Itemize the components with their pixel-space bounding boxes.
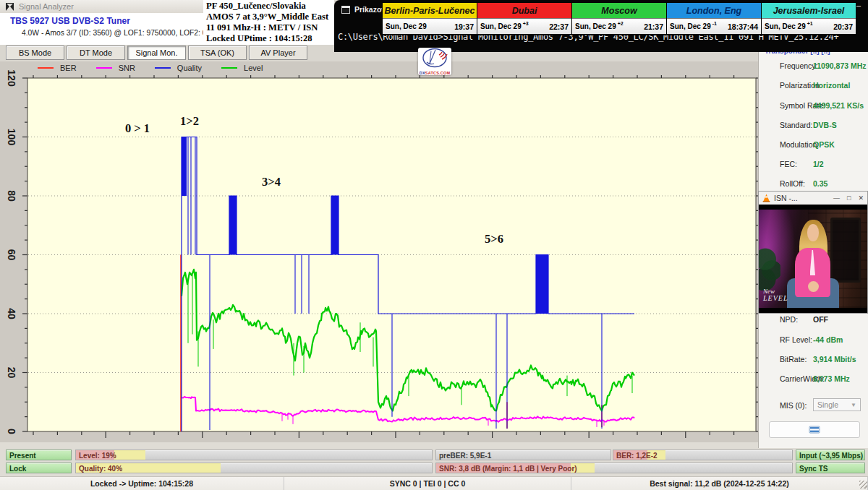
legend-label: Level	[244, 64, 263, 72]
legend-swatch-snr	[96, 67, 112, 69]
annotation-1-2: 1>2	[180, 114, 199, 128]
meter-ber: BER: 1,2E-2	[613, 450, 793, 460]
clock-utc-offset: +1	[807, 21, 813, 26]
player-maximize-icon[interactable]: □	[847, 194, 851, 202]
info-label: NPD:	[780, 315, 798, 324]
legend-swatch-ber	[38, 67, 54, 69]
y-tick-label: 80	[6, 190, 17, 202]
annotation-3-4: 3>4	[262, 175, 281, 189]
clock-moscow: MoscowSun, Dec 29+221:37	[571, 3, 666, 35]
clock-time-row: Sun, Dec 29-118:37:44	[667, 18, 761, 34]
player-title: ISN -...	[774, 194, 798, 202]
player-minimize-icon[interactable]: —	[833, 194, 840, 202]
clock-time-row: Sun, Dec 29+221:37	[572, 18, 666, 34]
clock-date: Sun, Dec 29	[765, 22, 806, 30]
player-titlebar: ISN -... — □ ✕	[759, 192, 867, 205]
info-label: RollOff:	[780, 179, 805, 188]
quality-burst-bar	[331, 196, 339, 255]
tab-av-player[interactable]: AV Player	[249, 46, 307, 60]
tuner-name: TBS 5927 USB DVB-S2 Tuner	[10, 16, 130, 26]
app-icon	[5, 2, 14, 12]
info-value: QPSK	[813, 140, 835, 149]
tab-dt-mode[interactable]: DT Mode	[67, 46, 125, 60]
clock-utc-offset: +3	[523, 21, 529, 26]
info-value: DVB-S	[813, 121, 837, 129]
legend-item-quality: Quality	[155, 64, 202, 72]
video-area[interactable]: New LEVEL	[759, 205, 867, 313]
command-prompt-tab[interactable]: Príkazov	[341, 5, 388, 14]
plant-silhouette	[759, 246, 780, 290]
meter-input-3-95-mbps: Input (~3,95 Mbps)	[796, 450, 865, 460]
player-close-icon[interactable]: ✕	[858, 194, 864, 202]
info-label: FEC:	[780, 160, 797, 168]
y-tick-label: 100	[6, 129, 17, 146]
info-value: 6,073 MHz	[813, 374, 850, 383]
y-tick-label: 120	[6, 69, 17, 87]
presenter-face	[807, 224, 820, 241]
info-row-npd: NPD:OFF	[759, 315, 868, 325]
info-row-symbol-rate: Symbol Rate:4499,521 KS/s	[759, 101, 868, 111]
info-label: RF Level:	[780, 335, 812, 344]
quality-burst-bar	[536, 255, 548, 314]
info-value: -44 dBm	[813, 335, 843, 344]
legend-label: Quality	[177, 64, 202, 72]
command-prompt-window[interactable]: Príkazov — C:\Users\Roman Dávid>Signal M…	[334, 0, 868, 52]
header-line-3: 11 091 Mhz-H : METV / ISN	[206, 22, 334, 33]
app-title: Signal Analyzer	[19, 2, 74, 11]
tab-bs-mode[interactable]: BS Mode	[6, 46, 64, 60]
status-segment-1: Locked -> Uptime: 104:15:28	[0, 477, 284, 490]
legend-item-ber: BER	[38, 64, 77, 72]
tab-tsa-ok[interactable]: TSA (OK)	[188, 46, 247, 60]
meter-label: SNR: 3,8 dB (Margin: 1,1 dB | Very Poor)	[439, 463, 577, 473]
clock-city: Moscow	[572, 3, 666, 18]
info-value: 3,914 Mbit/s	[813, 355, 856, 364]
clock-time: 22:37	[549, 22, 569, 31]
isn-player-window[interactable]: ISN -... — □ ✕ New LEVEL	[758, 191, 868, 314]
meter-label: Quality: 40%	[79, 463, 122, 473]
clock-date: Sun, Dec 29	[386, 22, 427, 30]
clock-city: Dubai	[477, 3, 571, 18]
stream-icon	[809, 426, 820, 434]
legend-label: BER	[60, 64, 77, 72]
info-row-mis: MIS (0):	[759, 401, 868, 411]
video-frame: New LEVEL	[759, 210, 867, 308]
meter-sync-ts: Sync TS	[796, 463, 865, 473]
info-label: Frequency:	[780, 61, 818, 70]
world-clocks: Berlin-Paris-LučenecSun, Dec 2919:37Duba…	[382, 2, 856, 35]
clock-date: Sun, Dec 29	[670, 22, 711, 30]
header-line-2: AMOS 7 at 3,9°W_Middle East	[206, 12, 334, 22]
info-value: Horizontal	[813, 81, 850, 90]
vlc-cone-icon	[762, 194, 770, 202]
annotation-5-6: 5>6	[485, 232, 503, 246]
meter-level: Level: 19%	[75, 450, 433, 460]
meter-label: Input (~3,95 Mbps)	[799, 450, 863, 460]
info-value: 1/2	[813, 160, 824, 168]
clock-time: 19:37	[454, 22, 474, 31]
meter-quality: Quality: 40%	[75, 463, 433, 473]
transport-stream-button[interactable]	[769, 421, 860, 438]
presenter-hands	[808, 281, 819, 292]
header-line-1: PF 450_Lučenec/Slovakia	[206, 1, 334, 12]
clock-time: 20:37	[833, 22, 853, 31]
meter-label: BER: 1,2E-2	[616, 450, 658, 460]
info-label: Standard:	[780, 121, 813, 129]
info-value: 4499,521 KS/s	[813, 101, 864, 110]
clock-dubai: DubaiSun, Dec 29+322:37	[477, 3, 571, 35]
resize-grip[interactable]	[859, 481, 867, 489]
tab-signal-mon[interactable]: Signal Mon.	[127, 46, 186, 60]
dxsatcs-logo: DXSATCS.COM	[418, 48, 451, 75]
quality-burst-bar	[182, 137, 187, 197]
status-bar: Locked -> Uptime: 104:15:28SYNC 0 | TEI …	[0, 476, 868, 490]
clock-time-row: Sun, Dec 29+120:37	[762, 18, 856, 34]
info-value: 0.35	[813, 179, 827, 188]
clock-date: Sun, Dec 29	[480, 22, 522, 30]
clock-city: Jerusalem-Israel	[762, 3, 856, 18]
clock-date: Sun, Dec 29	[575, 22, 616, 30]
meter-label: Lock	[9, 463, 26, 473]
legend-swatch-level	[221, 67, 237, 69]
clock-utc-offset: -1	[712, 21, 717, 26]
info-row-rf-level: RF Level:-44 dBm	[759, 335, 868, 345]
session-header: PF 450_Lučenec/Slovakia AMOS 7 at 3,9°W_…	[203, 0, 334, 45]
info-row-fec: FEC:1/2	[759, 160, 868, 170]
clock-utc-offset: +2	[618, 21, 624, 26]
